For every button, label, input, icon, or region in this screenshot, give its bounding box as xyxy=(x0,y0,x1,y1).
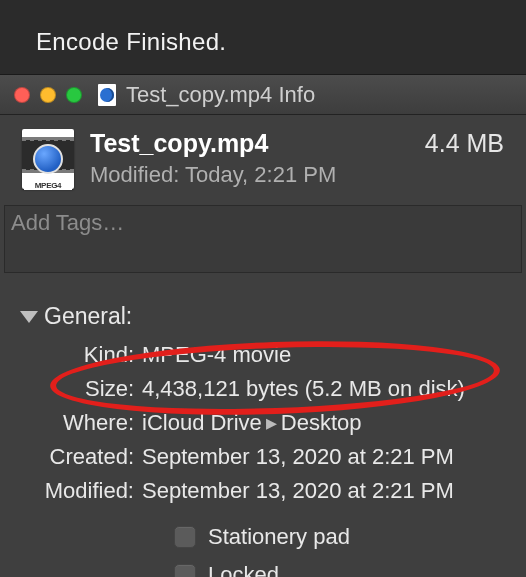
locked-label: Locked xyxy=(208,556,279,577)
created-value: September 13, 2020 at 2:21 PM xyxy=(142,440,504,474)
window-title-file-icon xyxy=(98,84,116,106)
kind-label: Kind: xyxy=(34,338,134,372)
modified-value: Today, 2:21 PM xyxy=(185,162,336,187)
file-type-icon: MPEG4 xyxy=(22,129,74,189)
where-value: iCloud Drive▸Desktop xyxy=(142,406,504,440)
stationery-pad-label: Stationery pad xyxy=(208,518,350,555)
kind-value: MPEG-4 movie xyxy=(142,338,504,372)
close-button[interactable] xyxy=(14,87,30,103)
modified-detail-label: Modified: xyxy=(34,474,134,508)
general-details: Kind: MPEG-4 movie Size: 4,438,121 bytes… xyxy=(0,338,526,577)
stationery-pad-checkbox[interactable] xyxy=(174,526,196,548)
locked-checkbox[interactable] xyxy=(174,564,196,577)
encode-status: Encode Finished. xyxy=(0,0,526,74)
window-titlebar[interactable]: Test_copy.mp4 Info xyxy=(0,75,526,115)
created-label: Created: xyxy=(34,440,134,474)
file-size-summary: 4.4 MB xyxy=(425,129,504,158)
window-title: Test_copy.mp4 Info xyxy=(126,82,315,108)
size-label: Size: xyxy=(34,372,134,406)
modified-label: Modified: xyxy=(90,162,179,187)
modified-detail-value: September 13, 2020 at 2:21 PM xyxy=(142,474,504,508)
traffic-lights xyxy=(14,87,82,103)
disclosure-triangle-icon[interactable] xyxy=(20,311,38,323)
file-name: Test_copy.mp4 xyxy=(90,129,268,158)
zoom-button[interactable] xyxy=(66,87,82,103)
where-label: Where: xyxy=(34,406,134,440)
info-window: Test_copy.mp4 Info MPEG4 Test_copy.mp4 4… xyxy=(0,74,526,577)
general-section-header[interactable]: General: xyxy=(0,279,526,338)
file-summary-header: MPEG4 Test_copy.mp4 4.4 MB Modified: Tod… xyxy=(0,115,526,199)
tags-input[interactable]: Add Tags… xyxy=(4,205,522,273)
minimize-button[interactable] xyxy=(40,87,56,103)
size-value: 4,438,121 bytes (5.2 MB on disk) xyxy=(142,372,504,406)
general-section-label: General: xyxy=(44,303,132,330)
